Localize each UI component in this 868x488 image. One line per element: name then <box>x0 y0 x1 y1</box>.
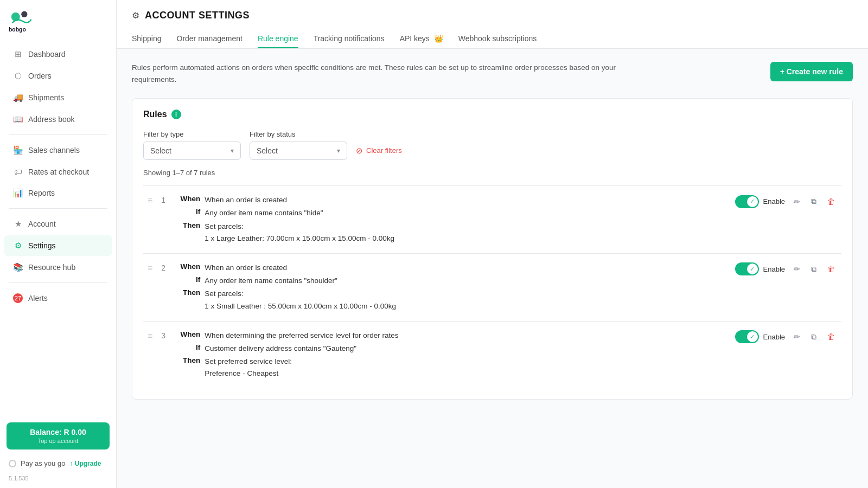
sidebar-item-dashboard[interactable]: ⊞ Dashboard <box>4 44 112 65</box>
rule-actions: ✓ Enable ✏ ⧉ 🗑 <box>735 330 837 344</box>
rule-then-detail: 1 x Large Leather: 70.00cm x 15.00cm x 1… <box>205 234 726 242</box>
sidebar-item-label: Settings <box>28 241 56 250</box>
rule-number: 2 <box>161 264 170 272</box>
version-text: 5.1.535 <box>0 473 116 488</box>
sidebar-item-label: Resource hub <box>28 263 75 272</box>
sidebar-item-label: Orders <box>28 72 52 80</box>
rule-then-text: Set parcels: <box>205 288 243 299</box>
filter-type-value: Select <box>150 146 171 155</box>
clear-filters-button[interactable]: ⊘ Clear filters <box>356 146 402 156</box>
sidebar-item-alerts[interactable]: 27 Alerts <box>4 288 112 309</box>
delete-button[interactable]: 🗑 <box>825 262 837 275</box>
sidebar-item-orders[interactable]: ⬡ Orders <box>4 66 112 86</box>
drag-handle-icon[interactable]: ≡ <box>148 331 152 341</box>
upgrade-button[interactable]: ↑ Upgrade <box>69 460 101 467</box>
rule-then-detail: Preference - Cheapest <box>205 369 726 377</box>
sales-channels-icon: 🏪 <box>13 145 23 155</box>
sidebar-item-label: Rates at checkout <box>28 168 89 176</box>
rule-if-line: If Customer delivery address contains "G… <box>178 343 726 354</box>
tab-webhook-subscriptions[interactable]: Webhook subscriptions <box>458 30 537 48</box>
rates-icon: 🏷 <box>13 167 23 176</box>
toggle-knob: ✓ <box>747 196 758 207</box>
filter-status-select[interactable]: Select ▾ <box>250 142 347 160</box>
filter-status-group: Filter by status Select ▾ <box>250 130 347 160</box>
rules-header: Rules i <box>143 110 841 119</box>
edit-button[interactable]: ✏ <box>792 195 802 208</box>
sidebar-item-label: Address book <box>28 115 75 124</box>
shipments-icon: 🚚 <box>13 93 23 102</box>
toggle-knob: ✓ <box>747 264 758 274</box>
sidebar-item-sales-channels[interactable]: 🏪 Sales channels <box>4 140 112 160</box>
rule-enable-toggle[interactable]: ✓ <box>735 195 759 208</box>
rule-content: When When an order is created If Any ord… <box>178 195 726 245</box>
if-keyword: If <box>178 343 200 351</box>
tab-shipping[interactable]: Shipping <box>132 30 162 48</box>
tab-tracking-notifications[interactable]: Tracking notifications <box>314 30 385 48</box>
copy-button[interactable]: ⧉ <box>809 262 819 276</box>
when-keyword: When <box>178 330 200 338</box>
rule-enable-toggle[interactable]: ✓ <box>735 330 759 343</box>
reports-icon: 📊 <box>13 188 23 198</box>
tab-order-management[interactable]: Order management <box>177 30 242 48</box>
filter-type-select[interactable]: Select ▾ <box>143 142 241 160</box>
rules-info-icon[interactable]: i <box>171 110 181 119</box>
delete-button[interactable]: 🗑 <box>825 330 837 343</box>
rule-then-detail: 1 x Small Leather : 55.00cm x 10.00cm x … <box>205 302 726 310</box>
orders-icon: ⬡ <box>13 71 23 81</box>
rule-if-line: If Any order item name contains "hide" <box>178 208 726 219</box>
when-keyword: When <box>178 195 200 203</box>
description-row: Rules perform automated actions on order… <box>132 62 853 85</box>
toggle-knob: ✓ <box>747 331 758 342</box>
delete-button[interactable]: 🗑 <box>825 195 837 208</box>
crown-icon: 👑 <box>434 34 443 43</box>
settings-gear-icon: ⚙ <box>132 10 139 21</box>
clear-filters-icon: ⊘ <box>356 146 363 156</box>
filters-row: Filter by type Select ▾ Filter by status… <box>143 130 841 160</box>
account-icon: ★ <box>13 219 23 229</box>
alerts-label: Alerts <box>28 294 48 303</box>
drag-handle-icon[interactable]: ≡ <box>148 196 152 206</box>
then-keyword: Then <box>178 288 200 297</box>
plan-row: Pay as you go ↑ Upgrade <box>0 454 116 473</box>
sidebar-item-settings[interactable]: ⚙ Settings <box>4 235 112 256</box>
tab-rule-engine[interactable]: Rule engine <box>258 30 298 48</box>
copy-button[interactable]: ⧉ <box>809 195 819 208</box>
rule-number: 3 <box>161 331 170 340</box>
balance-card[interactable]: Balance: R 0.00 Top up account <box>7 422 110 450</box>
rule-when-line: When When an order is created <box>178 195 726 206</box>
if-keyword: If <box>178 208 200 216</box>
copy-button[interactable]: ⧉ <box>809 330 819 344</box>
filter-status-label: Filter by status <box>250 130 347 138</box>
sidebar-item-rates-at-checkout[interactable]: 🏷 Rates at checkout <box>4 162 112 182</box>
rule-row: ≡ 2 When When an order is created If Any… <box>143 253 841 321</box>
rule-toggle-container: ✓ Enable <box>735 262 785 275</box>
sidebar-item-reports[interactable]: 📊 Reports <box>4 183 112 203</box>
chevron-down-icon: ▾ <box>231 147 234 155</box>
rule-if-text: Customer delivery address contains "Gaut… <box>205 343 356 354</box>
rule-then-text: Set parcels: <box>205 221 243 232</box>
showing-text: Showing 1–7 of 7 rules <box>143 169 841 177</box>
drag-handle-icon[interactable]: ≡ <box>148 264 152 273</box>
rule-actions: ✓ Enable ✏ ⧉ 🗑 <box>735 262 837 276</box>
plan-circle <box>9 460 16 467</box>
edit-button[interactable]: ✏ <box>792 330 802 343</box>
edit-button[interactable]: ✏ <box>792 262 802 275</box>
sidebar-item-address-book[interactable]: 📖 Address book <box>4 109 112 130</box>
rule-when-line: When When determining the preferred serv… <box>178 330 726 341</box>
header-tabs: Shipping Order management Rule engine Tr… <box>132 30 853 48</box>
sidebar-item-resource-hub[interactable]: 📚 Resource hub <box>4 257 112 278</box>
tab-api-keys[interactable]: API keys 👑 <box>400 30 443 48</box>
rule-content: When When an order is created If Any ord… <box>178 262 726 312</box>
bobgo-logo: bobgo smart shipping <box>9 10 35 33</box>
rule-enable-toggle[interactable]: ✓ <box>735 262 759 275</box>
sidebar-item-account[interactable]: ★ Account <box>4 214 112 234</box>
rule-content: When When determining the preferred serv… <box>178 330 726 380</box>
sidebar-item-shipments[interactable]: 🚚 Shipments <box>4 87 112 108</box>
enable-label: Enable <box>763 265 785 273</box>
create-new-rule-button[interactable]: + Create new rule <box>770 62 853 81</box>
filter-status-value: Select <box>257 146 278 155</box>
page-title-row: ⚙ ACCOUNT SETTINGS <box>132 10 853 21</box>
rule-if-text: Any order item name contains "shoulder" <box>205 275 337 286</box>
rule-if-text: Any order item name contains "hide" <box>205 208 323 219</box>
clear-filters-label: Clear filters <box>366 146 402 155</box>
